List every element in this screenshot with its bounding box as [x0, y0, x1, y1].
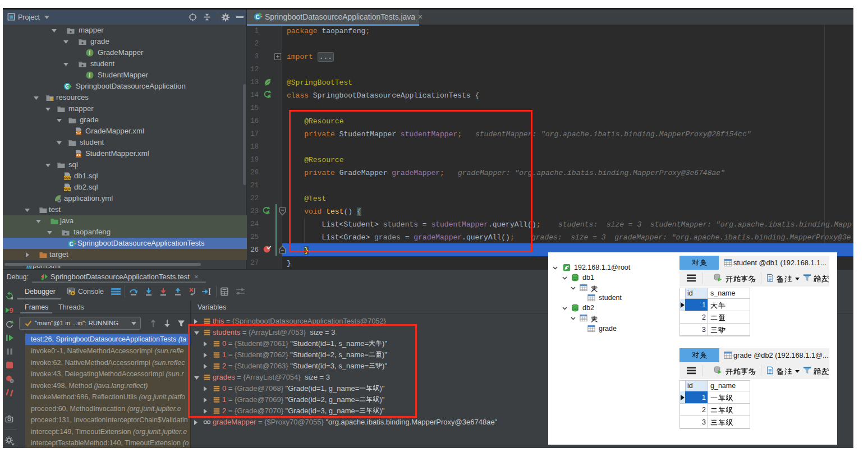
svg-text:SQL: SQL	[64, 176, 71, 179]
svg-text:<>: <>	[76, 131, 81, 135]
svg-text:I: I	[89, 50, 91, 56]
svg-text:SQL: SQL	[64, 187, 71, 191]
svg-text:I: I	[89, 72, 91, 79]
svg-text:<>: <>	[76, 153, 81, 158]
svg-text:9: 9	[9, 306, 13, 315]
